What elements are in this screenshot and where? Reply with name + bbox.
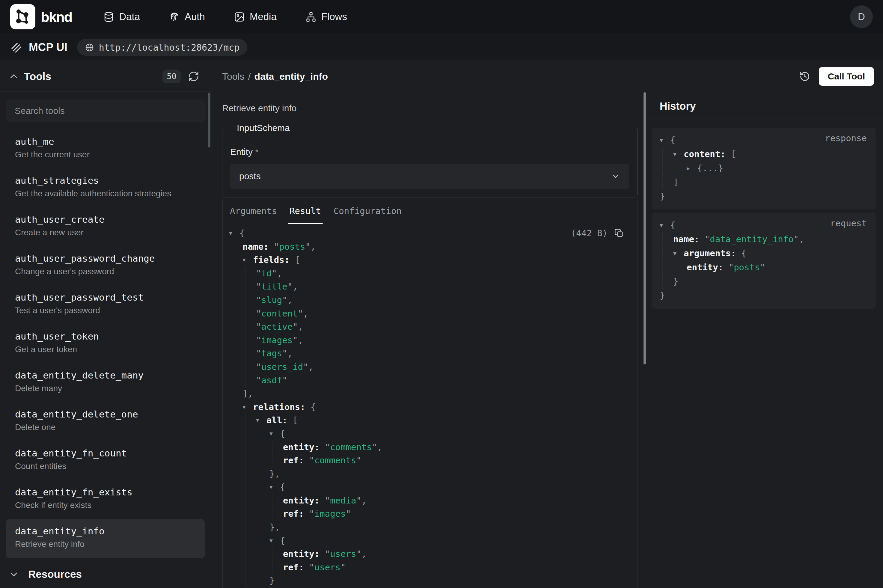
tool-list-item[interactable]: data_entity_delete_manyDelete many <box>6 363 205 402</box>
database-icon <box>103 11 114 22</box>
json-line-text: "asdf" <box>223 374 637 387</box>
brand-logo[interactable]: bknd <box>10 4 72 29</box>
json-line: ▼{ <box>223 534 637 548</box>
tool-list-item[interactable]: auth_strategiesGet the available authent… <box>6 168 205 207</box>
indent-guide <box>245 267 246 280</box>
indent-guide <box>272 547 273 561</box>
tool-description: Create a new user <box>15 228 205 238</box>
search-input[interactable] <box>7 99 205 122</box>
tree-toggle-icon[interactable]: ▼ <box>270 480 280 494</box>
nav-item-auth[interactable]: Auth <box>169 11 205 22</box>
indent-guide <box>232 320 232 333</box>
tree-toggle-icon[interactable]: ▼ <box>673 147 684 161</box>
indent-guide <box>245 507 246 520</box>
call-tool-button[interactable]: Call Tool <box>819 67 874 86</box>
history-card-response[interactable]: response ▼{▼content: [▶{...}]} <box>652 128 876 210</box>
page-header: Tools / data_entity_info Call Tool <box>211 61 883 92</box>
history-card-request[interactable]: request ▼{name: "data_entity_info",▼argu… <box>652 213 876 309</box>
history-icon[interactable] <box>799 71 811 82</box>
json-line-text: "users_id", <box>223 360 637 374</box>
json-line-text: "tags", <box>223 347 637 360</box>
tool-list-item[interactable]: data_entity_infoRetrieve entity info <box>6 519 205 558</box>
history-panel: History response ▼{▼content: [▶{...}]} r… <box>648 92 883 588</box>
tools-header: Tools 50 <box>0 61 211 92</box>
breadcrumb-root[interactable]: Tools <box>222 71 244 82</box>
indent-guide <box>245 414 246 427</box>
tree-toggle-icon[interactable]: ▼ <box>243 400 253 414</box>
indent-guide <box>232 293 232 307</box>
tool-list-item[interactable]: auth_meGet the current user <box>6 129 205 168</box>
tab-result[interactable]: Result <box>289 198 321 224</box>
brand-name: bknd <box>41 9 72 25</box>
indent-guide <box>259 574 259 587</box>
tab-arguments[interactable]: Arguments <box>230 198 277 224</box>
workflow-icon <box>306 11 316 22</box>
tree-toggle-icon[interactable]: ▼ <box>660 218 670 232</box>
indent-guide <box>232 360 232 374</box>
json-line-text: "images", <box>223 333 637 347</box>
server-url-pill[interactable]: http://localhost:28623/mcp <box>77 39 247 56</box>
user-avatar[interactable]: D <box>850 5 873 28</box>
json-line-text: fields: [ <box>223 253 637 267</box>
mcp-logo-icon <box>10 41 22 53</box>
tree-toggle-icon[interactable]: ▼ <box>229 226 240 240</box>
indent-guide <box>259 454 259 467</box>
tool-description: Get the current user <box>15 150 205 160</box>
tool-list-item[interactable]: auth_user_createCreate a new user <box>6 207 205 246</box>
json-line-text: entity: "media", <box>223 494 637 507</box>
json-line-text: { <box>223 427 637 441</box>
chevron-up-icon[interactable] <box>9 72 19 81</box>
json-line: entity: "media", <box>223 494 637 507</box>
tool-list-item[interactable]: auth_user_password_testTest a user's pas… <box>6 285 205 324</box>
nav-item-data[interactable]: Data <box>103 11 140 22</box>
tree-toggle-icon[interactable]: ▼ <box>270 427 280 441</box>
main-scrollbar[interactable] <box>643 92 646 364</box>
json-line: ref: "users" <box>223 561 637 574</box>
nav-item-flows[interactable]: Flows <box>306 11 347 22</box>
tool-list-item[interactable]: data_entity_delete_oneDelete one <box>6 402 205 441</box>
json-line-text: name: "data_entity_info", <box>652 232 876 246</box>
tool-list-item[interactable]: data_entity_fn_countCount entities <box>6 441 205 480</box>
mcp-bar: MCP UI http://localhost:28623/mcp <box>0 34 883 61</box>
tree-toggle-icon[interactable]: ▼ <box>660 133 670 147</box>
json-line: entity: "posts" <box>652 260 876 274</box>
breadcrumb-current: data_entity_info <box>255 71 328 82</box>
nav-label: Data <box>119 11 140 22</box>
indent-guide <box>259 534 259 548</box>
tree-toggle-icon[interactable]: ▼ <box>270 534 280 548</box>
entity-select[interactable]: posts <box>230 164 630 189</box>
tree-toggle-icon[interactable]: ▼ <box>243 253 253 267</box>
nav-item-media[interactable]: Media <box>234 11 277 22</box>
json-line: "slug", <box>223 293 637 307</box>
indent-guide <box>245 293 246 307</box>
tree-toggle-icon[interactable]: ▼ <box>673 246 684 260</box>
json-line-text: content: [ <box>652 147 876 161</box>
json-line: ] <box>652 176 876 189</box>
json-line: ▼content: [ <box>652 147 876 161</box>
json-line-text: "content", <box>223 307 637 320</box>
refresh-icon[interactable] <box>188 71 199 82</box>
resources-section[interactable]: Resources <box>0 560 210 588</box>
json-line-text: name: "posts", <box>223 240 637 254</box>
json-line: "asdf" <box>223 374 637 387</box>
indent-guide <box>232 400 232 414</box>
json-line-text: } <box>652 274 876 289</box>
tool-list-item[interactable]: auth_user_password_changeChange a user's… <box>6 246 205 285</box>
tool-list-item[interactable]: data_entity_fn_existsCheck if entity exi… <box>6 480 205 519</box>
indent-guide <box>245 307 246 320</box>
tool-name: auth_user_password_change <box>15 252 205 264</box>
breadcrumb-separator: / <box>248 71 251 82</box>
tool-description: Retrieve entity info <box>222 103 297 113</box>
json-line: "users_id", <box>223 360 637 374</box>
tree-toggle-icon[interactable]: ▶ <box>687 161 697 176</box>
indent-guide <box>232 467 232 481</box>
tool-detail-panel: Retrieve entity info InputSchema Entity*… <box>211 92 648 588</box>
tab-configuration[interactable]: Configuration <box>334 198 402 224</box>
indent-guide <box>272 561 273 574</box>
tree-toggle-icon[interactable]: ▼ <box>256 414 267 427</box>
json-line-text: ], <box>223 387 637 400</box>
json-line-text: ref: "users" <box>223 561 637 574</box>
sidebar-scrollbar[interactable] <box>208 93 210 147</box>
tool-list-item[interactable]: auth_user_tokenGet a user token <box>6 324 205 363</box>
json-line: ref: "images" <box>223 507 637 520</box>
